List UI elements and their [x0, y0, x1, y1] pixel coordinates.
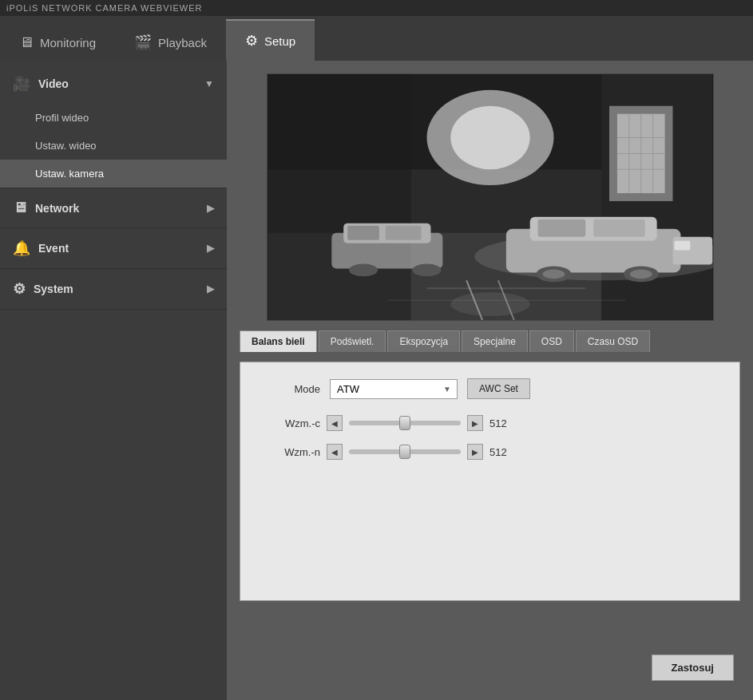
svg-rect-28 [347, 226, 379, 240]
svg-rect-18 [537, 219, 585, 237]
wzm-c-row: Wzm.-c ◀ ▶ 512 [264, 415, 715, 431]
wzm-c-thumb[interactable] [399, 416, 410, 430]
svg-point-36 [450, 292, 529, 316]
playback-icon: 🎬 [134, 34, 152, 51]
nav-tabs: 🖥 Monitoring 🎬 Playback ⚙ Setup [0, 16, 753, 61]
tab-monitoring[interactable]: 🖥 Monitoring [0, 22, 115, 61]
wzm-n-value: 512 [489, 446, 517, 458]
wzm-c-label: Wzm.-c [264, 417, 320, 429]
svg-rect-19 [593, 219, 645, 237]
sidebar-section-network-header[interactable]: 🖥 Network ▶ [0, 188, 227, 227]
awc-set-button[interactable]: AWC Set [467, 378, 530, 399]
tab-playback-label: Playback [158, 36, 207, 49]
network-section-label: Network [35, 202, 79, 215]
svg-rect-21 [674, 241, 690, 251]
wzm-n-track [349, 449, 461, 454]
video-chevron: ▼ [204, 78, 214, 89]
svg-point-31 [412, 263, 441, 276]
sidebar-section-event: 🔔 Event ▶ [0, 228, 227, 269]
main-layout: 🎥 Video ▼ Profil wideo Ustaw. wideo Usta… [0, 61, 753, 700]
wzm-n-label: Wzm.-n [264, 446, 320, 458]
mode-select-wrapper: ATW AWB Manual [330, 379, 458, 399]
sidebar-item-ustaw-kamera[interactable]: Ustaw. kamera [0, 160, 227, 188]
wzm-n-row: Wzm.-n ◀ ▶ 512 [264, 444, 715, 460]
apply-button[interactable]: Zastosuj [652, 655, 734, 681]
mode-label: Mode [264, 383, 320, 395]
app-title: iPOLiS NETWORK CAMERA WEBVIEWER [6, 3, 203, 13]
sidebar-section-system: ⚙ System ▶ [0, 269, 227, 310]
settings-tabs: Balans bieli Podświetl. Ekspozycja Specj… [240, 330, 740, 352]
mode-row: Mode ATW AWB Manual AWC Set [264, 378, 715, 399]
tab-playback[interactable]: 🎬 Playback [115, 22, 226, 61]
svg-point-4 [450, 106, 529, 169]
sidebar-item-ustaw-wideo[interactable]: Ustaw. wideo [0, 132, 227, 160]
wzm-n-increment[interactable]: ▶ [467, 444, 483, 460]
tab-balans-bieli[interactable]: Balans bieli [240, 330, 317, 352]
tab-osd[interactable]: OSD [529, 330, 574, 352]
camera-preview [267, 73, 714, 321]
system-section-label: System [34, 283, 73, 295]
system-section-icon: ⚙ [13, 280, 26, 298]
sidebar-section-event-header[interactable]: 🔔 Event ▶ [0, 228, 227, 268]
tab-czasu-osd[interactable]: Czasu OSD [576, 330, 650, 352]
tab-setup[interactable]: ⚙ Setup [226, 19, 315, 61]
network-chevron: ▶ [207, 203, 214, 214]
video-section-icon: 🎥 [13, 75, 30, 93]
event-section-icon: 🔔 [13, 239, 30, 257]
wzm-n-thumb[interactable] [399, 445, 410, 459]
network-section-icon: 🖥 [13, 200, 27, 216]
mode-select[interactable]: ATW AWB Manual [330, 379, 458, 399]
event-chevron: ▶ [207, 243, 214, 254]
event-section-label: Event [38, 242, 69, 255]
svg-point-30 [349, 263, 378, 276]
wzm-c-decrement[interactable]: ◀ [327, 415, 343, 431]
sidebar-section-video-header[interactable]: 🎥 Video ▼ [0, 64, 227, 104]
tab-monitoring-label: Monitoring [40, 36, 96, 49]
sidebar-section-network: 🖥 Network ▶ [0, 188, 227, 228]
wzm-c-value: 512 [489, 417, 517, 429]
video-section-label: Video [38, 77, 69, 90]
sidebar-item-profil-wideo[interactable]: Profil wideo [0, 104, 227, 132]
tab-specjalne[interactable]: Specjalne [462, 330, 528, 352]
wzm-c-track [349, 421, 461, 425]
svg-point-23 [542, 269, 565, 279]
system-chevron: ▶ [207, 283, 214, 295]
tab-podswietl[interactable]: Podświetl. [319, 330, 386, 352]
tab-setup-label: Setup [264, 34, 295, 48]
monitoring-icon: 🖥 [19, 34, 34, 51]
sidebar-section-system-header[interactable]: ⚙ System ▶ [0, 269, 227, 309]
content-area: Balans bieli Podświetl. Ekspozycja Specj… [227, 61, 753, 700]
svg-point-25 [629, 269, 652, 279]
svg-rect-29 [385, 226, 421, 240]
video-subitems: Profil wideo Ustaw. wideo Ustaw. kamera [0, 104, 227, 188]
svg-rect-5 [268, 74, 410, 320]
top-bar: iPOLiS NETWORK CAMERA WEBVIEWER [0, 0, 753, 16]
tab-ekspozycja[interactable]: Ekspozycja [387, 330, 460, 352]
settings-panel: Mode ATW AWB Manual AWC Set Wzm.-c ◀ ▶ [240, 362, 740, 601]
setup-icon: ⚙ [245, 32, 258, 49]
sidebar: 🎥 Video ▼ Profil wideo Ustaw. wideo Usta… [0, 61, 227, 700]
wzm-n-decrement[interactable]: ◀ [327, 444, 343, 460]
wzm-c-increment[interactable]: ▶ [467, 415, 483, 431]
sidebar-section-video: 🎥 Video ▼ Profil wideo Ustaw. wideo Usta… [0, 64, 227, 188]
